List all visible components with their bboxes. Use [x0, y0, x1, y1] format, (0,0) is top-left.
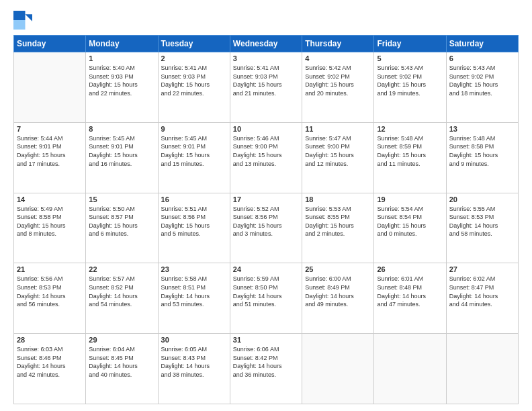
day-info: Sunrise: 6:06 AMSunset: 8:42 PMDaylight:…	[233, 345, 299, 379]
day-info: Sunrise: 5:56 AMSunset: 8:53 PMDaylight:…	[17, 275, 83, 308]
calendar-cell: 15Sunrise: 5:50 AMSunset: 8:57 PMDayligh…	[86, 193, 158, 263]
calendar-cell: 9Sunrise: 5:45 AMSunset: 9:01 PMDaylight…	[158, 122, 230, 193]
calendar-week-row: 21Sunrise: 5:56 AMSunset: 8:53 PMDayligh…	[14, 263, 519, 334]
day-number: 19	[377, 195, 443, 203]
day-number: 12	[377, 125, 443, 133]
day-number: 30	[161, 336, 227, 344]
day-number: 1	[89, 54, 154, 62]
svg-rect-3	[13, 20, 26, 30]
day-info: Sunrise: 5:58 AMSunset: 8:51 PMDaylight:…	[161, 275, 227, 308]
weekday-header: Saturday	[446, 36, 518, 52]
day-info: Sunrise: 6:05 AMSunset: 8:43 PMDaylight:…	[161, 345, 227, 379]
day-number: 24	[233, 265, 299, 273]
day-info: Sunrise: 5:50 AMSunset: 8:57 PMDaylight:…	[89, 205, 154, 238]
calendar-cell: 29Sunrise: 6:04 AMSunset: 8:45 PMDayligh…	[86, 334, 158, 404]
day-number: 5	[377, 54, 443, 62]
calendar-header-row: SundayMondayTuesdayWednesdayThursdayFrid…	[14, 36, 519, 52]
weekday-header: Thursday	[302, 36, 374, 52]
calendar-cell: 6Sunrise: 5:43 AMSunset: 9:02 PMDaylight…	[446, 52, 518, 123]
calendar-cell: 26Sunrise: 6:01 AMSunset: 8:48 PMDayligh…	[374, 263, 446, 334]
day-number: 16	[161, 195, 227, 203]
calendar-cell: 14Sunrise: 5:49 AMSunset: 8:58 PMDayligh…	[14, 193, 86, 263]
day-info: Sunrise: 5:48 AMSunset: 8:59 PMDaylight:…	[377, 134, 443, 168]
weekday-header: Tuesday	[158, 36, 230, 52]
calendar-cell: 23Sunrise: 5:58 AMSunset: 8:51 PMDayligh…	[158, 263, 230, 334]
day-info: Sunrise: 5:41 AMSunset: 9:03 PMDaylight:…	[233, 64, 299, 97]
day-number: 22	[89, 265, 154, 273]
day-number: 31	[233, 336, 299, 344]
day-info: Sunrise: 5:48 AMSunset: 8:58 PMDaylight:…	[449, 134, 515, 168]
day-info: Sunrise: 5:41 AMSunset: 9:03 PMDaylight:…	[161, 64, 227, 97]
calendar-cell: 10Sunrise: 5:46 AMSunset: 9:00 PMDayligh…	[230, 122, 302, 193]
calendar-cell: 13Sunrise: 5:48 AMSunset: 8:58 PMDayligh…	[446, 122, 518, 193]
day-number: 25	[305, 265, 371, 273]
calendar-week-row: 1Sunrise: 5:40 AMSunset: 9:03 PMDaylight…	[14, 52, 519, 123]
logo-icon	[13, 11, 32, 30]
day-info: Sunrise: 6:01 AMSunset: 8:48 PMDaylight:…	[377, 275, 443, 308]
day-number: 15	[89, 195, 154, 203]
calendar-cell: 22Sunrise: 5:57 AMSunset: 8:52 PMDayligh…	[86, 263, 158, 334]
calendar-cell: 11Sunrise: 5:47 AMSunset: 9:00 PMDayligh…	[302, 122, 374, 193]
day-number: 9	[161, 125, 227, 133]
calendar-cell	[446, 334, 518, 404]
day-number: 7	[17, 125, 83, 133]
calendar-cell: 25Sunrise: 6:00 AMSunset: 8:49 PMDayligh…	[302, 263, 374, 334]
calendar-cell: 28Sunrise: 6:03 AMSunset: 8:46 PMDayligh…	[14, 334, 86, 404]
calendar-cell	[302, 334, 374, 404]
calendar-cell: 31Sunrise: 6:06 AMSunset: 8:42 PMDayligh…	[230, 334, 302, 404]
day-info: Sunrise: 5:45 AMSunset: 9:01 PMDaylight:…	[161, 134, 227, 168]
day-number: 2	[161, 54, 227, 62]
day-number: 8	[89, 125, 154, 133]
day-number: 23	[161, 265, 227, 273]
calendar-cell: 19Sunrise: 5:54 AMSunset: 8:54 PMDayligh…	[374, 193, 446, 263]
calendar-page: SundayMondayTuesdayWednesdayThursdayFrid…	[0, 0, 532, 411]
day-info: Sunrise: 5:49 AMSunset: 8:58 PMDaylight:…	[17, 205, 83, 238]
calendar-week-row: 28Sunrise: 6:03 AMSunset: 8:46 PMDayligh…	[14, 334, 519, 404]
day-number: 10	[233, 125, 299, 133]
calendar-cell: 18Sunrise: 5:53 AMSunset: 8:55 PMDayligh…	[302, 193, 374, 263]
day-info: Sunrise: 6:03 AMSunset: 8:46 PMDaylight:…	[17, 345, 83, 379]
day-number: 11	[305, 125, 371, 133]
day-info: Sunrise: 5:40 AMSunset: 9:03 PMDaylight:…	[89, 64, 154, 97]
calendar-cell: 20Sunrise: 5:55 AMSunset: 8:53 PMDayligh…	[446, 193, 518, 263]
day-info: Sunrise: 5:52 AMSunset: 8:56 PMDaylight:…	[233, 205, 299, 238]
day-number: 26	[377, 265, 443, 273]
day-info: Sunrise: 6:00 AMSunset: 8:49 PMDaylight:…	[305, 275, 371, 308]
day-number: 17	[233, 195, 299, 203]
day-info: Sunrise: 5:57 AMSunset: 8:52 PMDaylight:…	[89, 275, 154, 308]
day-info: Sunrise: 5:55 AMSunset: 8:53 PMDaylight:…	[449, 205, 515, 238]
day-info: Sunrise: 5:42 AMSunset: 9:02 PMDaylight:…	[305, 64, 371, 97]
calendar-cell: 3Sunrise: 5:41 AMSunset: 9:03 PMDaylight…	[230, 52, 302, 123]
calendar-cell	[14, 52, 86, 123]
day-info: Sunrise: 6:02 AMSunset: 8:47 PMDaylight:…	[449, 275, 515, 308]
day-info: Sunrise: 5:59 AMSunset: 8:50 PMDaylight:…	[233, 275, 299, 308]
day-info: Sunrise: 5:46 AMSunset: 9:00 PMDaylight:…	[233, 134, 299, 168]
calendar-cell: 24Sunrise: 5:59 AMSunset: 8:50 PMDayligh…	[230, 263, 302, 334]
day-info: Sunrise: 5:43 AMSunset: 9:02 PMDaylight:…	[449, 64, 515, 97]
logo	[13, 11, 35, 30]
calendar-cell: 4Sunrise: 5:42 AMSunset: 9:02 PMDaylight…	[302, 52, 374, 123]
day-info: Sunrise: 5:51 AMSunset: 8:56 PMDaylight:…	[161, 205, 227, 238]
day-info: Sunrise: 5:53 AMSunset: 8:55 PMDaylight:…	[305, 205, 371, 238]
day-number: 27	[449, 265, 515, 273]
weekday-header: Wednesday	[230, 36, 302, 52]
day-info: Sunrise: 5:43 AMSunset: 9:02 PMDaylight:…	[377, 64, 443, 97]
svg-rect-2	[13, 11, 26, 20]
day-number: 4	[305, 54, 371, 62]
weekday-header: Friday	[374, 36, 446, 52]
weekday-header: Sunday	[14, 36, 86, 52]
calendar-cell: 21Sunrise: 5:56 AMSunset: 8:53 PMDayligh…	[14, 263, 86, 334]
day-number: 14	[17, 195, 83, 203]
day-number: 18	[305, 195, 371, 203]
calendar-cell: 7Sunrise: 5:44 AMSunset: 9:01 PMDaylight…	[14, 122, 86, 193]
calendar-week-row: 7Sunrise: 5:44 AMSunset: 9:01 PMDaylight…	[14, 122, 519, 193]
calendar-cell: 16Sunrise: 5:51 AMSunset: 8:56 PMDayligh…	[158, 193, 230, 263]
calendar-cell: 2Sunrise: 5:41 AMSunset: 9:03 PMDaylight…	[158, 52, 230, 123]
calendar-cell: 17Sunrise: 5:52 AMSunset: 8:56 PMDayligh…	[230, 193, 302, 263]
day-number: 13	[449, 125, 515, 133]
day-number: 6	[449, 54, 515, 62]
calendar-cell	[374, 334, 446, 404]
day-number: 29	[89, 336, 154, 344]
calendar-week-row: 14Sunrise: 5:49 AMSunset: 8:58 PMDayligh…	[14, 193, 519, 263]
day-number: 28	[17, 336, 83, 344]
